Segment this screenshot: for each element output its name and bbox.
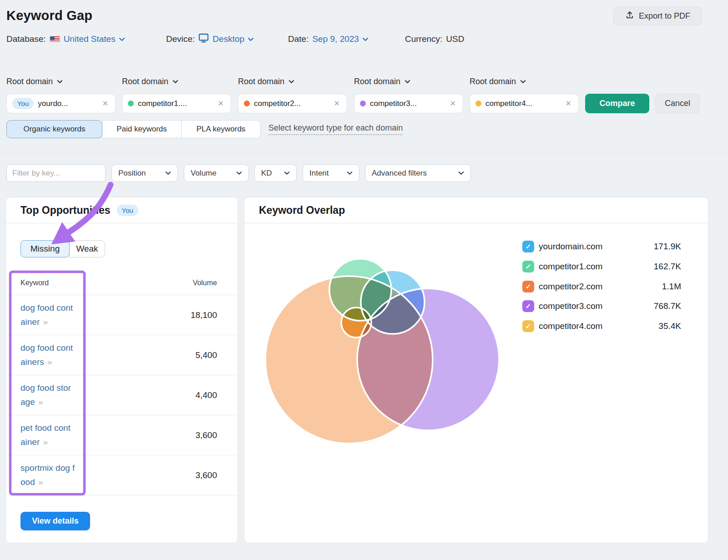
checked-checkbox-icon[interactable]: ✓ bbox=[522, 261, 534, 272]
keyword-overlap-panel: Keyword Overlap ✓ yourdomain.com 171.9K … bbox=[244, 197, 708, 543]
close-icon[interactable]: ✕ bbox=[449, 98, 457, 109]
root-domain-dropdown-3[interactable]: Root domain bbox=[238, 76, 294, 87]
legend-item-competitor1: ✓ competitor1.com 162.7K bbox=[522, 260, 681, 273]
compare-button[interactable]: Compare bbox=[585, 94, 649, 113]
cancel-button[interactable]: Cancel bbox=[655, 94, 700, 113]
table-header: Keyword Volume bbox=[6, 273, 238, 295]
table-row: sportmix dog food » 3,600 bbox=[6, 455, 238, 495]
table-row: dog food containers » 5,400 bbox=[6, 335, 238, 375]
column-header-volume: Volume bbox=[193, 279, 217, 287]
keyword-overlap-header: Keyword Overlap bbox=[244, 197, 708, 223]
close-icon[interactable]: ✕ bbox=[101, 98, 110, 109]
double-chevron-icon: » bbox=[46, 357, 52, 367]
domain-color-dot bbox=[128, 101, 134, 106]
date-dropdown[interactable]: Sep 9, 2023 bbox=[312, 34, 368, 44]
chevron-down-icon bbox=[347, 171, 353, 175]
chevron-down-icon bbox=[165, 171, 171, 175]
tab-weak[interactable]: Weak bbox=[69, 240, 105, 257]
filter-position-dropdown[interactable]: Position bbox=[111, 164, 178, 182]
chevron-down-icon bbox=[404, 80, 410, 84]
domain-chip-competitor2[interactable]: competitor2... ✕ bbox=[238, 94, 347, 113]
database-dropdown[interactable]: United States bbox=[64, 34, 125, 44]
date-label: Date: bbox=[288, 34, 308, 44]
legend-item-yourdomain: ✓ yourdomain.com 171.9K bbox=[522, 240, 681, 253]
chevron-down-icon bbox=[284, 171, 290, 175]
export-label: Export to PDF bbox=[639, 11, 690, 21]
domain-chip-competitor4[interactable]: competitor4... ✕ bbox=[470, 94, 579, 113]
chevron-down-icon bbox=[236, 171, 242, 175]
keyword-link[interactable]: pet food container » bbox=[20, 421, 75, 449]
volume-value: 3,600 bbox=[195, 415, 217, 455]
database-label: Database: bbox=[6, 34, 46, 44]
date-selector: Date: Sep 9, 2023 bbox=[288, 33, 369, 45]
legend-item-competitor3: ✓ competitor3.com 768.7K bbox=[522, 299, 681, 313]
keyword-link[interactable]: dog food containers » bbox=[20, 341, 75, 369]
keyword-type-tabs: Organic keywords Paid keywords PLA keywo… bbox=[6, 120, 261, 138]
tab-paid-keywords[interactable]: Paid keywords bbox=[102, 120, 182, 138]
section-divider bbox=[0, 153, 728, 153]
opportunity-type-switch: Missing Weak bbox=[20, 240, 105, 257]
root-domain-dropdown-2[interactable]: Root domain bbox=[122, 76, 178, 87]
keyword-link[interactable]: dog food container » bbox=[20, 301, 75, 329]
chevron-down-icon bbox=[57, 80, 63, 84]
top-opportunities-header: Top Opportunities You bbox=[6, 197, 238, 223]
filter-intent-dropdown[interactable]: Intent bbox=[303, 164, 359, 182]
checked-checkbox-icon[interactable]: ✓ bbox=[522, 281, 534, 293]
keyword-link[interactable]: sportmix dog food » bbox=[20, 461, 75, 489]
root-domain-dropdown-4[interactable]: Root domain bbox=[354, 76, 410, 87]
chevron-down-icon bbox=[520, 80, 526, 84]
chevron-down-icon bbox=[172, 80, 178, 84]
legend-domain: competitor2.com bbox=[539, 282, 631, 292]
checked-checkbox-icon[interactable]: ✓ bbox=[522, 241, 534, 252]
keyword-link[interactable]: dog food storage » bbox=[20, 381, 75, 409]
domain-chip-competitor1[interactable]: competitor1.... ✕ bbox=[122, 94, 231, 113]
double-chevron-icon: » bbox=[37, 477, 43, 487]
close-icon[interactable]: ✕ bbox=[564, 98, 573, 109]
close-icon[interactable]: ✕ bbox=[217, 98, 225, 109]
device-dropdown[interactable]: Desktop bbox=[212, 34, 254, 44]
device-label: Device: bbox=[166, 34, 195, 44]
domain-chip-yourdomain[interactable]: You yourdo... ✕ bbox=[6, 94, 116, 113]
root-domain-dropdown-5[interactable]: Root domain bbox=[470, 76, 526, 87]
checked-checkbox-icon[interactable]: ✓ bbox=[522, 300, 534, 312]
tab-pla-keywords[interactable]: PLA keywords bbox=[181, 120, 261, 138]
page-title: Keyword Gap bbox=[6, 8, 92, 23]
tab-missing[interactable]: Missing bbox=[20, 240, 70, 257]
filter-kd-dropdown[interactable]: KD bbox=[254, 164, 297, 182]
table-bottom-border bbox=[6, 495, 238, 495]
keyword-filter-search bbox=[6, 164, 106, 182]
legend-domain: competitor3.com bbox=[539, 301, 631, 311]
upload-icon bbox=[625, 10, 634, 22]
legend-keyword-count: 162.7K bbox=[631, 262, 681, 272]
legend-domain: competitor4.com bbox=[539, 321, 631, 331]
chevron-down-icon bbox=[288, 80, 294, 84]
table-row: dog food storage » 4,400 bbox=[6, 375, 238, 415]
view-details-button[interactable]: View details bbox=[20, 512, 90, 530]
legend-item-competitor4: ✓ competitor4.com 35.4K bbox=[522, 319, 681, 333]
device-selector: Device: Desktop bbox=[166, 33, 254, 45]
legend-domain: yourdomain.com bbox=[539, 242, 631, 252]
select-keyword-type-link[interactable]: Select keyword type for each domain bbox=[268, 123, 403, 135]
chevron-down-icon bbox=[362, 37, 369, 41]
currency-label: Currency: bbox=[405, 34, 442, 44]
filter-advanced-dropdown[interactable]: Advanced filters bbox=[365, 164, 471, 182]
double-chevron-icon: » bbox=[42, 317, 48, 327]
database-selector: Database: United States bbox=[6, 33, 125, 45]
tab-organic-keywords[interactable]: Organic keywords bbox=[6, 120, 102, 138]
root-domain-dropdown-1[interactable]: Root domain bbox=[6, 76, 63, 87]
legend-keyword-count: 171.9K bbox=[631, 242, 681, 252]
currency-info: Currency: USD bbox=[405, 33, 464, 45]
table-row: dog food container » 18,100 bbox=[6, 295, 238, 335]
domain-chip-competitor3[interactable]: competitor3... ✕ bbox=[354, 94, 463, 113]
domain-color-dot bbox=[360, 101, 366, 106]
close-icon[interactable]: ✕ bbox=[333, 98, 341, 109]
checked-checkbox-icon[interactable]: ✓ bbox=[522, 320, 534, 332]
domain-color-dot bbox=[244, 101, 250, 106]
us-flag-icon bbox=[50, 36, 60, 43]
export-to-pdf-button[interactable]: Export to PDF bbox=[613, 7, 702, 25]
volume-value: 18,100 bbox=[191, 295, 217, 335]
filter-volume-dropdown[interactable]: Volume bbox=[184, 164, 249, 182]
volume-value: 3,600 bbox=[195, 455, 217, 495]
search-input[interactable] bbox=[7, 165, 106, 182]
table-row: pet food container » 3,600 bbox=[6, 415, 238, 455]
